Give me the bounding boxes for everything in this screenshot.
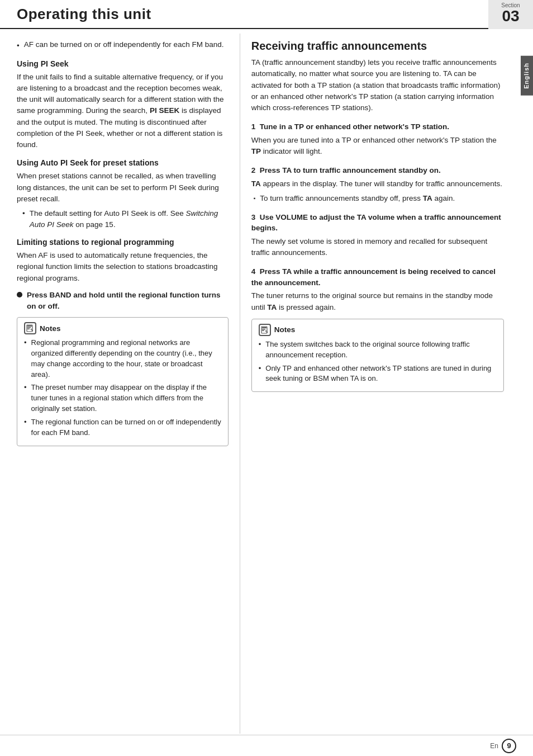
band-hold-text: Press BAND and hold until the regional f… [27,290,229,311]
step-2-sq-bullet: ▪ To turn traffic announcements standby … [254,193,504,204]
right-notes-title: Notes [259,324,497,336]
page-number: 9 [502,739,516,753]
step-2-body: TA appears in the display. The tuner wil… [251,178,504,190]
bullet-dot: • [17,40,20,51]
notes-icon [24,322,36,334]
section-badge: Section 03 [488,0,533,26]
header-bar: Operating this unit Section 03 [0,0,533,29]
intro-bullet: • AF can be turned on or off independent… [17,39,229,51]
step-1-body: When you are tuned into a TP or enhanced… [251,135,504,158]
step-4-heading: 4 Press TA while a traffic announcement … [251,266,504,288]
step-1-heading: 1 Tune in a TP or enhanced other network… [251,121,504,133]
step-1-number: 1 [251,122,260,131]
page-title: Operating this unit [17,6,151,23]
step-3-heading: 3 Use VOLUME to adjust the TA volume whe… [251,212,504,234]
pi-seek-heading: Using PI Seek [17,59,229,68]
right-column: Receiving traffic announcements TA (traf… [240,34,521,734]
left-note-3: • The regional function can be turned on… [24,417,221,438]
pi-seek-body: If the unit fails to find a suitable alt… [17,72,229,151]
footer: En 9 [0,735,533,756]
left-column: • AF can be turned on or off independent… [0,34,240,734]
limiting-stations-body: When AF is used to automatically retune … [17,250,229,284]
left-note-1: • Regional programming and regional netw… [24,338,221,380]
traffic-announcements-heading: Receiving traffic announcements [251,39,504,53]
main-content: • AF can be turned on or off independent… [0,34,521,734]
auto-pi-seek-bullet: • The default setting for Auto PI Seek i… [22,208,229,230]
right-note-2: • Only TP and enhanced other network's T… [259,363,497,385]
left-notes-title: Notes [24,322,221,334]
step-4-number: 4 [251,267,260,276]
bullet-circle [17,292,22,297]
right-note-1: • The system switches back to the origin… [259,339,497,361]
step-4-body: The tuner returns to the original source… [251,290,504,313]
band-hold-instruction: Press BAND and hold until the regional f… [17,290,229,311]
language-tab: English [521,56,533,96]
section-number: 03 [488,8,533,26]
step-3-number: 3 [251,213,260,221]
step-3-body: The newly set volume is stored in memory… [251,236,504,259]
traffic-intro: TA (traffic announcement standby) lets y… [251,57,504,114]
left-notes-box: Notes • Regional programming and regiona… [17,317,229,446]
right-notes-icon [259,324,271,336]
limiting-stations-heading: Limiting stations to regional programmin… [17,238,229,247]
step-2-number: 2 [251,166,260,174]
auto-pi-seek-body: When preset stations cannot be recalled,… [17,171,229,205]
auto-pi-seek-heading: Using Auto PI Seek for preset stations [17,158,229,167]
footer-en-label: En [490,742,498,750]
step-2-heading: 2 Press TA to turn traffic announcement … [251,165,504,176]
intro-bullet-text: AF can be turned on or off independently… [24,39,224,51]
left-note-2: • The preset number may disappear on the… [24,382,221,414]
right-notes-box: Notes • The system switches back to the … [251,319,504,392]
